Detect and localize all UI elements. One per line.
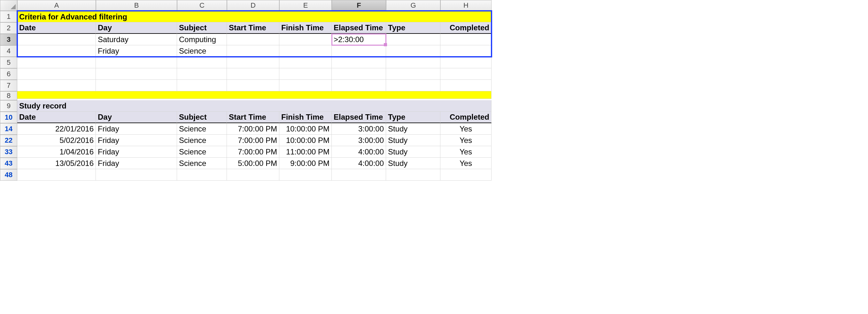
cell-F4[interactable] (332, 45, 386, 57)
col-header-B[interactable]: B (96, 0, 177, 11)
row-header-3[interactable]: 3 (0, 34, 17, 45)
cell-H33[interactable]: Yes (440, 146, 492, 158)
cell-D48[interactable] (227, 169, 279, 181)
cell-B48[interactable] (96, 169, 177, 181)
cell-C33[interactable]: Science (177, 146, 227, 158)
record-hdr-type[interactable]: Type (386, 112, 440, 123)
cell-D6[interactable] (227, 68, 279, 80)
cell-H4[interactable] (440, 45, 492, 57)
cell-D43[interactable]: 5:00:00 PM (227, 158, 279, 169)
cell-E43[interactable]: 9:00:00 PM (279, 158, 332, 169)
cell-E7[interactable] (279, 80, 332, 91)
cell-A14[interactable]: 22/01/2016 (17, 123, 96, 135)
criteria-hdr-completed[interactable]: Completed (440, 22, 492, 34)
cell-G6[interactable] (386, 68, 440, 80)
row-header-5[interactable]: 5 (0, 57, 17, 68)
cell-E5[interactable] (279, 57, 332, 68)
cell-H5[interactable] (440, 57, 492, 68)
record-hdr-subject[interactable]: Subject (177, 112, 227, 123)
record-hdr-finish[interactable]: Finish Time (279, 112, 332, 123)
cell-C48[interactable] (177, 169, 227, 181)
cell-F6[interactable] (332, 68, 386, 80)
row-header-10[interactable]: 10 (0, 112, 17, 123)
cell-D5[interactable] (227, 57, 279, 68)
spreadsheet-grid[interactable]: A B C D E F G H 1 Criteria for Advanced … (0, 0, 868, 181)
cell-A43[interactable]: 13/05/2016 (17, 158, 96, 169)
cell-D3[interactable] (227, 34, 279, 45)
col-header-D[interactable]: D (227, 0, 279, 11)
cell-E33[interactable]: 11:00:00 PM (279, 146, 332, 158)
row-header-33[interactable]: 33 (0, 146, 17, 158)
cell-G7[interactable] (386, 80, 440, 91)
cell-F22[interactable]: 3:00:00 (332, 135, 386, 146)
row-header-2[interactable]: 2 (0, 22, 17, 34)
cell-F14[interactable]: 3:00:00 (332, 123, 386, 135)
cell-F48[interactable] (332, 169, 386, 181)
cell-H3[interactable] (440, 34, 492, 45)
cell-D7[interactable] (227, 80, 279, 91)
col-header-F[interactable]: F (332, 0, 386, 11)
cell-E3[interactable] (279, 34, 332, 45)
cell-C7[interactable] (177, 80, 227, 91)
cell-F7[interactable] (332, 80, 386, 91)
cell-D22[interactable]: 7:00:00 PM (227, 135, 279, 146)
row-header-8[interactable]: 8 (0, 91, 17, 100)
cell-B4[interactable]: Friday (96, 45, 177, 57)
row-header-6[interactable]: 6 (0, 68, 17, 80)
record-hdr-date[interactable]: Date (17, 112, 96, 123)
cell-F5[interactable] (332, 57, 386, 68)
cell-E22[interactable]: 10:00:00 PM (279, 135, 332, 146)
cell-H6[interactable] (440, 68, 492, 80)
criteria-hdr-elapsed[interactable]: Elapsed Time (332, 22, 386, 34)
record-title[interactable]: Study record (17, 100, 492, 112)
row-header-48[interactable]: 48 (0, 169, 17, 181)
cell-C4[interactable]: Science (177, 45, 227, 57)
cell-D14[interactable]: 7:00:00 PM (227, 123, 279, 135)
cell-B14[interactable]: Friday (96, 123, 177, 135)
cell-C14[interactable]: Science (177, 123, 227, 135)
record-hdr-completed[interactable]: Completed (440, 112, 492, 123)
cell-B7[interactable] (96, 80, 177, 91)
record-hdr-day[interactable]: Day (96, 112, 177, 123)
cell-D33[interactable]: 7:00:00 PM (227, 146, 279, 158)
col-header-G[interactable]: G (386, 0, 440, 11)
cell-B43[interactable]: Friday (96, 158, 177, 169)
row-header-7[interactable]: 7 (0, 80, 17, 91)
criteria-title[interactable]: Criteria for Advanced filtering (17, 11, 492, 22)
col-header-A[interactable]: A (17, 0, 96, 11)
cell-C3[interactable]: Computing (177, 34, 227, 45)
cell-H43[interactable]: Yes (440, 158, 492, 169)
record-hdr-elapsed[interactable]: Elapsed Time (332, 112, 386, 123)
criteria-hdr-day[interactable]: Day (96, 22, 177, 34)
cell-G14[interactable]: Study (386, 123, 440, 135)
cell-C5[interactable] (177, 57, 227, 68)
cell-A4[interactable] (17, 45, 96, 57)
row-header-43[interactable]: 43 (0, 158, 17, 169)
cell-E48[interactable] (279, 169, 332, 181)
cell-H7[interactable] (440, 80, 492, 91)
criteria-hdr-type[interactable]: Type (386, 22, 440, 34)
cell-C22[interactable]: Science (177, 135, 227, 146)
cell-F33[interactable]: 4:00:00 (332, 146, 386, 158)
col-header-E[interactable]: E (279, 0, 332, 11)
criteria-hdr-subject[interactable]: Subject (177, 22, 227, 34)
cell-A48[interactable] (17, 169, 96, 181)
col-header-H[interactable]: H (440, 0, 492, 11)
criteria-hdr-date[interactable]: Date (17, 22, 96, 34)
cell-D4[interactable] (227, 45, 279, 57)
cell-A6[interactable] (17, 68, 96, 80)
cell-A5[interactable] (17, 57, 96, 68)
cell-F43[interactable]: 4:00:00 (332, 158, 386, 169)
cell-E6[interactable] (279, 68, 332, 80)
cell-H48[interactable] (440, 169, 492, 181)
cell-E4[interactable] (279, 45, 332, 57)
select-all-corner[interactable] (0, 0, 17, 11)
cell-A7[interactable] (17, 80, 96, 91)
cell-G4[interactable] (386, 45, 440, 57)
criteria-hdr-start[interactable]: Start Time (227, 22, 279, 34)
cell-C43[interactable]: Science (177, 158, 227, 169)
cell-G43[interactable]: Study (386, 158, 440, 169)
record-title-strip[interactable] (17, 91, 492, 99)
cell-G33[interactable]: Study (386, 146, 440, 158)
row-header-22[interactable]: 22 (0, 135, 17, 146)
